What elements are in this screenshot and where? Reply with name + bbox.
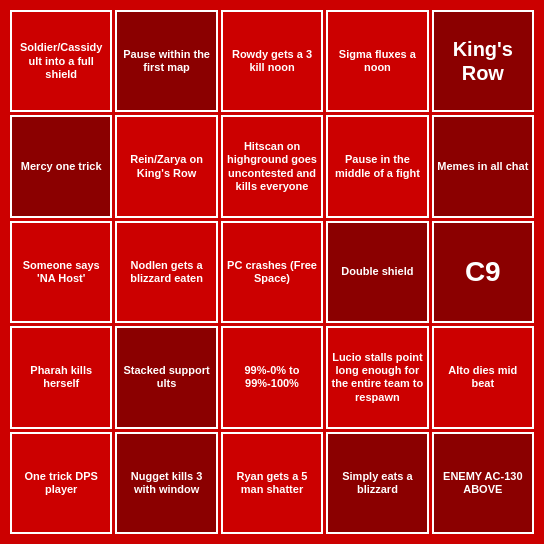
cell-r2c1: Nodlen gets a blizzard eaten <box>115 221 217 323</box>
cell-r4c4: ENEMY AC-130 ABOVE <box>432 432 534 534</box>
cell-r2c4: C9 <box>432 221 534 323</box>
cell-r3c4: Alto dies mid beat <box>432 326 534 428</box>
cell-r0c0: Soldier/Cassidy ult into a full shield <box>10 10 112 112</box>
cell-r4c0: One trick DPS player <box>10 432 112 534</box>
cell-r1c3: Pause in the middle of a fight <box>326 115 428 217</box>
cell-r1c2: Hitscan on highground goes uncontested a… <box>221 115 323 217</box>
cell-r0c4: King's Row <box>432 10 534 112</box>
cell-r1c4: Memes in all chat <box>432 115 534 217</box>
cell-r1c0: Mercy one trick <box>10 115 112 217</box>
cell-r3c3: Lucio stalls point long enough for the e… <box>326 326 428 428</box>
cell-r0c1: Pause within the first map <box>115 10 217 112</box>
cell-r4c2: Ryan gets a 5 man shatter <box>221 432 323 534</box>
cell-r4c3: Simply eats a blizzard <box>326 432 428 534</box>
cell-r2c3: Double shield <box>326 221 428 323</box>
cell-r0c2: Rowdy gets a 3 kill noon <box>221 10 323 112</box>
cell-r2c2: PC crashes (Free Space) <box>221 221 323 323</box>
cell-r3c2: 99%-0% to 99%-100% <box>221 326 323 428</box>
cell-r3c0: Pharah kills herself <box>10 326 112 428</box>
cell-r3c1: Stacked support ults <box>115 326 217 428</box>
cell-r2c0: Someone says 'NA Host' <box>10 221 112 323</box>
bingo-board: Soldier/Cassidy ult into a full shieldPa… <box>7 7 537 537</box>
cell-r0c3: Sigma fluxes a noon <box>326 10 428 112</box>
cell-r1c1: Rein/Zarya on King's Row <box>115 115 217 217</box>
cell-r4c1: Nugget kills 3 with window <box>115 432 217 534</box>
